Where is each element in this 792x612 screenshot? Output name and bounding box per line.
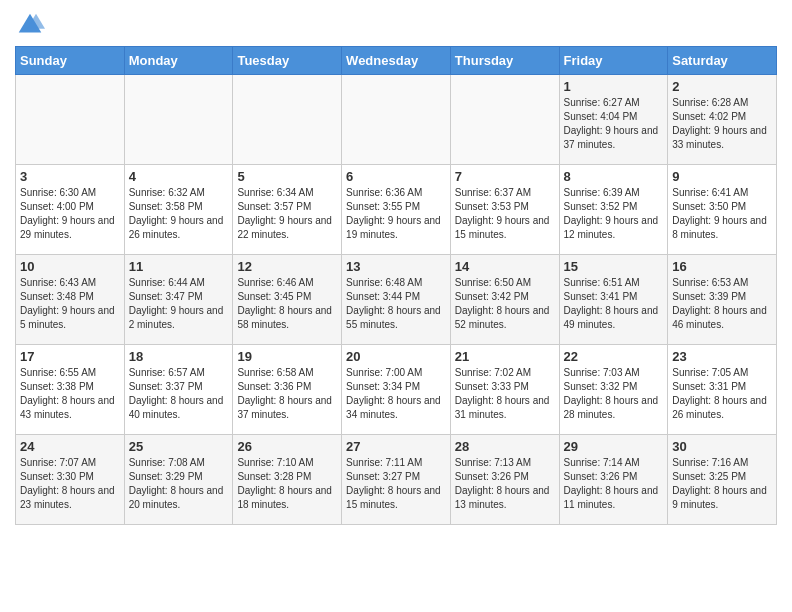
day-number: 30 <box>672 439 772 454</box>
day-number: 19 <box>237 349 337 364</box>
calendar-cell: 25Sunrise: 7:08 AMSunset: 3:29 PMDayligh… <box>124 435 233 525</box>
day-number: 23 <box>672 349 772 364</box>
day-number: 11 <box>129 259 229 274</box>
day-number: 5 <box>237 169 337 184</box>
day-number: 6 <box>346 169 446 184</box>
calendar-cell: 8Sunrise: 6:39 AMSunset: 3:52 PMDaylight… <box>559 165 668 255</box>
calendar-cell: 9Sunrise: 6:41 AMSunset: 3:50 PMDaylight… <box>668 165 777 255</box>
day-info: Sunrise: 6:34 AMSunset: 3:57 PMDaylight:… <box>237 186 337 242</box>
calendar-cell: 27Sunrise: 7:11 AMSunset: 3:27 PMDayligh… <box>342 435 451 525</box>
calendar-cell <box>124 75 233 165</box>
header-day-thursday: Thursday <box>450 47 559 75</box>
calendar-cell: 21Sunrise: 7:02 AMSunset: 3:33 PMDayligh… <box>450 345 559 435</box>
day-number: 27 <box>346 439 446 454</box>
day-info: Sunrise: 7:08 AMSunset: 3:29 PMDaylight:… <box>129 456 229 512</box>
header <box>15 10 777 40</box>
logo <box>15 10 49 40</box>
day-info: Sunrise: 7:07 AMSunset: 3:30 PMDaylight:… <box>20 456 120 512</box>
day-number: 15 <box>564 259 664 274</box>
calendar-cell: 11Sunrise: 6:44 AMSunset: 3:47 PMDayligh… <box>124 255 233 345</box>
day-info: Sunrise: 7:10 AMSunset: 3:28 PMDaylight:… <box>237 456 337 512</box>
calendar-cell: 28Sunrise: 7:13 AMSunset: 3:26 PMDayligh… <box>450 435 559 525</box>
day-info: Sunrise: 6:37 AMSunset: 3:53 PMDaylight:… <box>455 186 555 242</box>
header-day-wednesday: Wednesday <box>342 47 451 75</box>
calendar-week-1: 3Sunrise: 6:30 AMSunset: 4:00 PMDaylight… <box>16 165 777 255</box>
day-number: 26 <box>237 439 337 454</box>
day-info: Sunrise: 7:02 AMSunset: 3:33 PMDaylight:… <box>455 366 555 422</box>
page-container: SundayMondayTuesdayWednesdayThursdayFrid… <box>0 0 792 540</box>
day-number: 12 <box>237 259 337 274</box>
day-info: Sunrise: 6:32 AMSunset: 3:58 PMDaylight:… <box>129 186 229 242</box>
day-info: Sunrise: 6:36 AMSunset: 3:55 PMDaylight:… <box>346 186 446 242</box>
day-number: 18 <box>129 349 229 364</box>
calendar-cell: 1Sunrise: 6:27 AMSunset: 4:04 PMDaylight… <box>559 75 668 165</box>
day-number: 24 <box>20 439 120 454</box>
calendar-cell: 13Sunrise: 6:48 AMSunset: 3:44 PMDayligh… <box>342 255 451 345</box>
day-info: Sunrise: 6:41 AMSunset: 3:50 PMDaylight:… <box>672 186 772 242</box>
day-info: Sunrise: 6:51 AMSunset: 3:41 PMDaylight:… <box>564 276 664 332</box>
calendar-cell: 7Sunrise: 6:37 AMSunset: 3:53 PMDaylight… <box>450 165 559 255</box>
day-info: Sunrise: 6:44 AMSunset: 3:47 PMDaylight:… <box>129 276 229 332</box>
day-number: 8 <box>564 169 664 184</box>
header-day-saturday: Saturday <box>668 47 777 75</box>
calendar-cell <box>450 75 559 165</box>
calendar-cell: 18Sunrise: 6:57 AMSunset: 3:37 PMDayligh… <box>124 345 233 435</box>
day-info: Sunrise: 6:46 AMSunset: 3:45 PMDaylight:… <box>237 276 337 332</box>
day-info: Sunrise: 7:03 AMSunset: 3:32 PMDaylight:… <box>564 366 664 422</box>
calendar-cell <box>342 75 451 165</box>
day-number: 25 <box>129 439 229 454</box>
calendar-cell <box>16 75 125 165</box>
calendar-week-4: 24Sunrise: 7:07 AMSunset: 3:30 PMDayligh… <box>16 435 777 525</box>
day-info: Sunrise: 6:50 AMSunset: 3:42 PMDaylight:… <box>455 276 555 332</box>
calendar-cell: 22Sunrise: 7:03 AMSunset: 3:32 PMDayligh… <box>559 345 668 435</box>
calendar-week-3: 17Sunrise: 6:55 AMSunset: 3:38 PMDayligh… <box>16 345 777 435</box>
logo-icon <box>15 10 45 40</box>
day-number: 16 <box>672 259 772 274</box>
calendar-cell: 10Sunrise: 6:43 AMSunset: 3:48 PMDayligh… <box>16 255 125 345</box>
day-info: Sunrise: 7:13 AMSunset: 3:26 PMDaylight:… <box>455 456 555 512</box>
day-info: Sunrise: 6:53 AMSunset: 3:39 PMDaylight:… <box>672 276 772 332</box>
calendar-cell: 14Sunrise: 6:50 AMSunset: 3:42 PMDayligh… <box>450 255 559 345</box>
calendar-cell: 3Sunrise: 6:30 AMSunset: 4:00 PMDaylight… <box>16 165 125 255</box>
day-info: Sunrise: 7:05 AMSunset: 3:31 PMDaylight:… <box>672 366 772 422</box>
day-number: 9 <box>672 169 772 184</box>
day-info: Sunrise: 6:28 AMSunset: 4:02 PMDaylight:… <box>672 96 772 152</box>
day-number: 10 <box>20 259 120 274</box>
calendar-cell: 19Sunrise: 6:58 AMSunset: 3:36 PMDayligh… <box>233 345 342 435</box>
day-info: Sunrise: 7:11 AMSunset: 3:27 PMDaylight:… <box>346 456 446 512</box>
day-number: 17 <box>20 349 120 364</box>
day-info: Sunrise: 7:14 AMSunset: 3:26 PMDaylight:… <box>564 456 664 512</box>
day-info: Sunrise: 6:30 AMSunset: 4:00 PMDaylight:… <box>20 186 120 242</box>
day-number: 7 <box>455 169 555 184</box>
day-info: Sunrise: 6:58 AMSunset: 3:36 PMDaylight:… <box>237 366 337 422</box>
day-number: 13 <box>346 259 446 274</box>
calendar-cell: 20Sunrise: 7:00 AMSunset: 3:34 PMDayligh… <box>342 345 451 435</box>
calendar-cell: 16Sunrise: 6:53 AMSunset: 3:39 PMDayligh… <box>668 255 777 345</box>
calendar-cell: 30Sunrise: 7:16 AMSunset: 3:25 PMDayligh… <box>668 435 777 525</box>
day-number: 22 <box>564 349 664 364</box>
calendar-week-2: 10Sunrise: 6:43 AMSunset: 3:48 PMDayligh… <box>16 255 777 345</box>
day-info: Sunrise: 6:55 AMSunset: 3:38 PMDaylight:… <box>20 366 120 422</box>
header-day-friday: Friday <box>559 47 668 75</box>
day-number: 2 <box>672 79 772 94</box>
header-row: SundayMondayTuesdayWednesdayThursdayFrid… <box>16 47 777 75</box>
calendar-cell: 29Sunrise: 7:14 AMSunset: 3:26 PMDayligh… <box>559 435 668 525</box>
day-number: 3 <box>20 169 120 184</box>
calendar-cell: 5Sunrise: 6:34 AMSunset: 3:57 PMDaylight… <box>233 165 342 255</box>
day-info: Sunrise: 7:00 AMSunset: 3:34 PMDaylight:… <box>346 366 446 422</box>
day-number: 28 <box>455 439 555 454</box>
day-number: 29 <box>564 439 664 454</box>
day-info: Sunrise: 6:57 AMSunset: 3:37 PMDaylight:… <box>129 366 229 422</box>
header-day-sunday: Sunday <box>16 47 125 75</box>
calendar-cell: 26Sunrise: 7:10 AMSunset: 3:28 PMDayligh… <box>233 435 342 525</box>
calendar-cell: 12Sunrise: 6:46 AMSunset: 3:45 PMDayligh… <box>233 255 342 345</box>
day-number: 1 <box>564 79 664 94</box>
calendar-cell <box>233 75 342 165</box>
day-info: Sunrise: 6:27 AMSunset: 4:04 PMDaylight:… <box>564 96 664 152</box>
day-info: Sunrise: 6:43 AMSunset: 3:48 PMDaylight:… <box>20 276 120 332</box>
calendar-cell: 24Sunrise: 7:07 AMSunset: 3:30 PMDayligh… <box>16 435 125 525</box>
day-info: Sunrise: 6:39 AMSunset: 3:52 PMDaylight:… <box>564 186 664 242</box>
calendar-cell: 15Sunrise: 6:51 AMSunset: 3:41 PMDayligh… <box>559 255 668 345</box>
calendar-cell: 23Sunrise: 7:05 AMSunset: 3:31 PMDayligh… <box>668 345 777 435</box>
calendar-cell: 2Sunrise: 6:28 AMSunset: 4:02 PMDaylight… <box>668 75 777 165</box>
